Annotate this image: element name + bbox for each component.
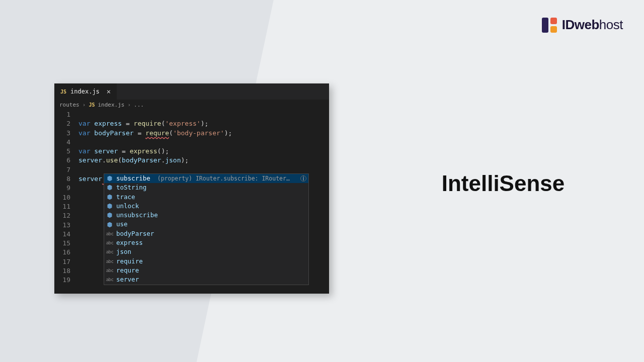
line-number: 11 bbox=[54, 202, 70, 211]
brand-name-bold: IDweb bbox=[562, 17, 599, 32]
code-content[interactable]: var express = require('express'); var bo… bbox=[78, 110, 329, 285]
line-number: 1 bbox=[54, 110, 70, 119]
method-icon bbox=[106, 175, 113, 182]
string-literal: 'express' bbox=[165, 120, 200, 127]
suggestion-item[interactable]: abcserver bbox=[104, 275, 308, 284]
suggestion-label: use bbox=[116, 220, 128, 229]
function-call: require bbox=[134, 120, 162, 127]
identifier: json bbox=[165, 156, 181, 164]
suggestion-label: subscribe bbox=[116, 174, 150, 183]
keyword: var bbox=[78, 129, 90, 137]
js-file-icon: JS bbox=[89, 102, 95, 108]
suggestion-item[interactable]: trace bbox=[104, 193, 308, 202]
operator: = bbox=[134, 129, 145, 137]
line-number: 2 bbox=[54, 119, 70, 128]
brand-name: IDwebhost bbox=[562, 17, 623, 33]
intellisense-popup[interactable]: subscribe(property) IRouter.subscribe: I… bbox=[104, 173, 309, 285]
suggestion-item[interactable]: use bbox=[104, 220, 308, 229]
logo-shape bbox=[542, 18, 548, 33]
line-number: 12 bbox=[54, 211, 70, 220]
operator: = bbox=[122, 120, 133, 127]
line-number: 6 bbox=[54, 156, 70, 165]
keyword: var bbox=[78, 147, 90, 155]
brand-logo: IDwebhost bbox=[542, 17, 623, 33]
line-number: 10 bbox=[54, 193, 70, 202]
breadcrumb-rest: ... bbox=[134, 102, 144, 108]
text-icon: abc bbox=[106, 276, 113, 283]
identifier: server bbox=[78, 175, 102, 183]
string-literal: 'body-parser' bbox=[173, 129, 224, 137]
text-icon: abc bbox=[106, 258, 113, 265]
suggestion-label: trace bbox=[116, 193, 135, 202]
text-icon: abc bbox=[106, 267, 113, 274]
line-number: 5 bbox=[54, 147, 70, 156]
suggestion-detail: (property) IRouter.subscribe: IRouter… bbox=[157, 174, 295, 183]
logo-shape bbox=[550, 26, 557, 33]
suggestion-item[interactable]: abcexpress bbox=[104, 238, 308, 247]
line-number: 18 bbox=[54, 266, 70, 276]
suggestion-label: server bbox=[116, 275, 139, 284]
chevron-right-icon: › bbox=[83, 102, 86, 108]
page-title: IntelliSense bbox=[362, 171, 644, 196]
line-number-gutter: 12345678910111213141516171819 bbox=[54, 110, 78, 285]
suggestion-item[interactable]: subscribe(property) IRouter.subscribe: I… bbox=[104, 174, 308, 183]
keyword: var bbox=[78, 120, 90, 127]
suggestion-label: toString bbox=[116, 183, 146, 192]
method-icon bbox=[106, 221, 113, 228]
suggestion-item[interactable]: unsubscribe bbox=[104, 211, 308, 220]
suggestion-item[interactable]: abcrequire bbox=[104, 257, 308, 266]
function-call: use bbox=[106, 156, 118, 164]
identifier: server bbox=[94, 147, 118, 155]
info-icon[interactable]: i bbox=[300, 175, 306, 182]
text-icon: abc bbox=[106, 239, 113, 246]
suggestion-label: require bbox=[116, 257, 143, 266]
line-number: 19 bbox=[54, 276, 70, 285]
suggestion-item[interactable]: abcjson bbox=[104, 247, 308, 256]
tab-filename: index.js bbox=[70, 88, 100, 95]
method-icon bbox=[106, 212, 113, 219]
call-suffix: (); bbox=[157, 147, 169, 155]
line-number: 17 bbox=[54, 257, 70, 266]
breadcrumb-folder: routes bbox=[59, 102, 79, 108]
editor-tabbar: JS index.js × bbox=[54, 83, 329, 100]
line-number: 3 bbox=[54, 129, 70, 138]
close-icon[interactable]: × bbox=[107, 87, 111, 96]
suggestion-label: unsubscribe bbox=[116, 211, 158, 220]
breadcrumb[interactable]: routes › JS index.js › ... bbox=[54, 100, 329, 110]
suggestion-label: json bbox=[116, 247, 131, 256]
paren: ); bbox=[181, 156, 189, 164]
chevron-right-icon: › bbox=[127, 102, 131, 108]
line-number: 8 bbox=[54, 174, 70, 184]
brand-logo-mark bbox=[542, 18, 557, 33]
paren: ( bbox=[118, 156, 122, 164]
line-number: 14 bbox=[54, 230, 70, 239]
suggestion-label: bodyParser bbox=[116, 229, 154, 238]
suggestion-item[interactable]: abcrequre bbox=[104, 266, 308, 275]
identifier: express bbox=[94, 120, 122, 127]
dot: . bbox=[102, 156, 106, 164]
line-number: 4 bbox=[54, 138, 70, 147]
paren: ( bbox=[169, 129, 173, 137]
paren: ); bbox=[224, 129, 232, 137]
paren: ); bbox=[201, 120, 209, 127]
code-area: 12345678910111213141516171819 var expres… bbox=[54, 110, 329, 285]
text-icon: abc bbox=[106, 230, 113, 237]
method-icon bbox=[106, 203, 113, 210]
function-call: express bbox=[130, 147, 157, 155]
operator: = bbox=[118, 147, 129, 155]
line-number: 7 bbox=[54, 165, 70, 174]
code-editor-window: JS index.js × routes › JS index.js › ...… bbox=[54, 83, 329, 294]
js-file-icon: JS bbox=[60, 89, 66, 95]
suggestion-label: express bbox=[116, 238, 143, 247]
breadcrumb-file: index.js bbox=[98, 102, 124, 108]
tab-index-js[interactable]: JS index.js × bbox=[54, 83, 117, 100]
identifier: bodyParser bbox=[122, 156, 161, 164]
suggestion-item[interactable]: abcbodyParser bbox=[104, 229, 308, 238]
identifier: server bbox=[78, 156, 102, 164]
line-number: 9 bbox=[54, 184, 70, 193]
method-icon bbox=[106, 184, 113, 191]
line-number: 16 bbox=[54, 248, 70, 257]
suggestion-item[interactable]: toString bbox=[104, 183, 308, 192]
suggestion-item[interactable]: unlock bbox=[104, 202, 308, 211]
logo-shape bbox=[550, 18, 557, 24]
